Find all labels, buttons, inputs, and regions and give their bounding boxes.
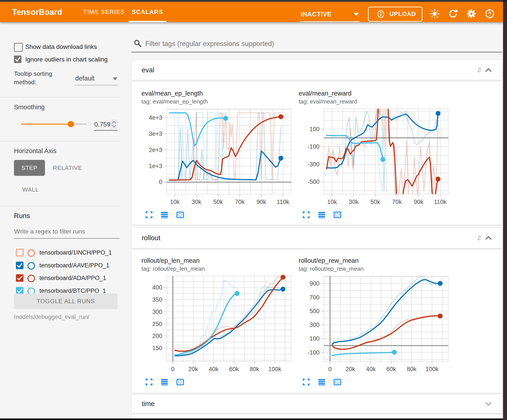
run-checkbox[interactable] <box>16 274 23 282</box>
refresh-icon[interactable] <box>448 8 458 19</box>
run-checkbox[interactable] <box>16 262 23 269</box>
tab-time-series[interactable]: TIME SERIES <box>82 2 126 22</box>
settings-icon[interactable] <box>466 8 477 19</box>
chart-tag: tag: rollout/ep_len_mean <box>141 265 205 272</box>
line-chart[interactable]: 10k30k50k70k90k110k-500-300-100100 <box>298 107 453 207</box>
runs-logdir-path: models/debugged_eval_run/ <box>14 314 89 320</box>
axis-step-button[interactable]: STEP <box>14 160 45 176</box>
info-icon <box>377 10 385 18</box>
fullscreen-icon[interactable] <box>145 210 154 219</box>
chart-title: rollout/ep_rew_mean <box>299 257 359 264</box>
svg-text:3e+3: 3e+3 <box>149 131 162 137</box>
fullscreen-icon[interactable] <box>302 210 311 219</box>
chevron-up-icon[interactable] <box>484 67 492 74</box>
svg-text:60k: 60k <box>386 366 396 372</box>
section-header-eval[interactable]: eval 2 <box>132 60 502 80</box>
tag-filter-input[interactable]: Filter tags (regular expressions support… <box>132 37 502 52</box>
fit-domain-icon[interactable] <box>176 210 185 219</box>
svg-text:90k: 90k <box>414 199 423 205</box>
run-label: tensorboard/ADA/PPO_1 <box>39 275 106 282</box>
active-tab-indicator <box>129 21 166 22</box>
runs-filter-placeholder: Write a regex to filter runs <box>14 228 85 235</box>
svg-text:80k: 80k <box>407 366 416 372</box>
tab-scalars[interactable]: SCALARS <box>127 2 167 22</box>
run-row[interactable]: tensorboard/AAVE/PPO_1 <box>0 262 124 270</box>
help-icon[interactable]: ? <box>484 8 495 19</box>
svg-text:30k: 30k <box>192 199 201 205</box>
chart-toolbar <box>302 378 359 387</box>
run-checkbox[interactable] <box>16 249 23 256</box>
fit-domain-icon[interactable] <box>333 378 342 386</box>
chevron-up-icon[interactable] <box>484 234 492 241</box>
brightness-icon[interactable] <box>429 8 440 19</box>
line-chart[interactable]: 10k30k50k70k90k110k01e+32e+33e+34e+3 <box>141 107 296 207</box>
svg-text:-500: -500 <box>308 179 319 185</box>
svg-text:100: 100 <box>310 126 319 132</box>
svg-text:700: 700 <box>310 294 319 301</box>
dropdown-arrow-icon <box>113 77 117 80</box>
chart-tag: tag: rollout/ep_rew_mean <box>299 265 364 272</box>
chart-tag: tag: eval/mean_ep_length <box>141 98 208 105</box>
chart-toolbar <box>145 378 202 387</box>
fullscreen-icon[interactable] <box>145 378 154 386</box>
smoothing-stepper[interactable] <box>110 119 118 129</box>
search-icon <box>133 39 143 48</box>
show-download-links-checkbox[interactable] <box>14 43 23 52</box>
section-body-eval: eval/mean_ep_length tag: eval/mean_ep_le… <box>132 82 502 225</box>
tooltip-sorting-dropdown[interactable]: default <box>75 74 118 85</box>
chart-toolbar <box>302 210 359 220</box>
fullscreen-icon[interactable] <box>302 378 311 386</box>
svg-text:20k: 20k <box>188 366 198 372</box>
svg-text:-100: -100 <box>308 143 319 150</box>
section-name: time <box>142 400 155 408</box>
svg-text:1e+3: 1e+3 <box>149 163 162 169</box>
svg-text:10k: 10k <box>170 199 180 205</box>
data-table-icon[interactable] <box>160 210 169 219</box>
run-color-swatch <box>28 275 35 282</box>
svg-text:70k: 70k <box>392 199 402 205</box>
section-header-rollout[interactable]: rollout 2 <box>132 228 502 248</box>
section-name: eval <box>142 66 154 74</box>
svg-text:350: 350 <box>152 296 162 303</box>
upload-button[interactable]: UPLOAD <box>368 7 422 22</box>
run-row[interactable]: tensorboard/ADA/PPO_1 <box>0 274 124 283</box>
check-icon <box>14 55 21 63</box>
axis-relative-button[interactable]: RELATIVE <box>51 160 84 176</box>
smoothing-value-input[interactable]: 0.759 <box>94 119 118 131</box>
line-chart[interactable]: 020k40k60k80k100k-100100300500700900 <box>298 274 453 374</box>
stepper-arrows-icon <box>110 119 118 129</box>
chevron-down-icon[interactable] <box>484 400 492 407</box>
svg-text:100k: 100k <box>426 366 439 372</box>
ignore-outliers-label: Ignore outliers in chart scaling <box>25 56 108 63</box>
svg-text:?: ? <box>488 11 492 17</box>
toggle-all-runs-button[interactable]: TOGGLE ALL RUNS <box>14 294 118 309</box>
axis-wall-button[interactable]: WALL <box>17 184 44 195</box>
chart-tag: tag: eval/mean_reward <box>299 98 357 105</box>
section-header-time[interactable]: time <box>132 395 502 413</box>
smoothing-slider-thumb[interactable] <box>68 121 74 127</box>
fit-domain-icon[interactable] <box>176 378 185 386</box>
runs-filter-input[interactable]: Write a regex to filter runs <box>14 227 120 239</box>
data-table-icon[interactable] <box>317 210 326 219</box>
svg-text:30k: 30k <box>349 199 359 205</box>
status-value: INACTIVE <box>301 11 331 18</box>
svg-text:90k: 90k <box>257 199 266 205</box>
ignore-outliers-checkbox[interactable] <box>14 55 21 63</box>
dropdown-arrow-icon <box>354 13 359 16</box>
section-name: rollout <box>142 234 160 242</box>
data-table-icon[interactable] <box>160 378 169 386</box>
line-chart[interactable]: 020k40k60k80k100k150200250300350400 <box>141 274 296 374</box>
run-row[interactable]: tensorboard/1INCH/PPO_1 <box>0 249 124 258</box>
smoothing-value: 0.759 <box>94 121 111 128</box>
section-body-rollout: rollout/ep_len_mean tag: rollout/ep_len_… <box>132 250 502 393</box>
data-table-icon[interactable] <box>317 378 326 386</box>
scrollbar-track[interactable] <box>503 2 507 420</box>
runs-title: Runs <box>14 212 30 220</box>
svg-text:2e+3: 2e+3 <box>149 147 162 153</box>
run-label: tensorboard/1INCH/PPO_1 <box>39 249 112 256</box>
status-dropdown[interactable]: INACTIVE <box>300 9 359 22</box>
svg-text:110k: 110k <box>434 199 447 205</box>
section-count: 2 <box>478 67 481 73</box>
fit-domain-icon[interactable] <box>333 210 342 219</box>
chart-title: rollout/ep_len_mean <box>141 257 200 264</box>
